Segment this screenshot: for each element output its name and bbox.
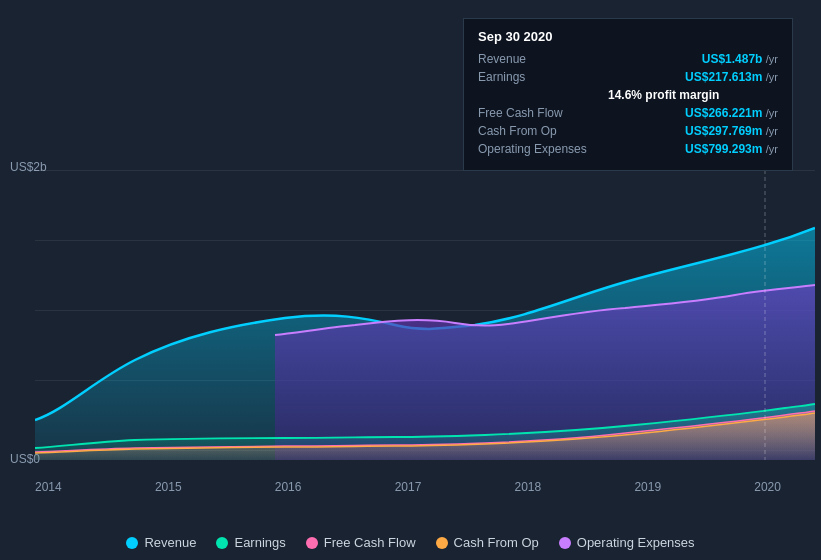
legend-fcf-dot (306, 537, 318, 549)
legend-fcf-label: Free Cash Flow (324, 535, 416, 550)
legend-fcf[interactable]: Free Cash Flow (306, 535, 416, 550)
data-tooltip: Sep 30 2020 Revenue US$1.487b /yr Earnin… (463, 18, 793, 171)
legend-opex[interactable]: Operating Expenses (559, 535, 695, 550)
tooltip-opex-label: Operating Expenses (478, 142, 608, 156)
x-label-2016: 2016 (275, 480, 302, 494)
tooltip-opex-row: Operating Expenses US$799.293m /yr (478, 142, 778, 156)
legend-revenue-label: Revenue (144, 535, 196, 550)
x-label-2014: 2014 (35, 480, 62, 494)
chart-svg (35, 170, 815, 460)
legend-opex-dot (559, 537, 571, 549)
tooltip-earnings-label: Earnings (478, 70, 608, 84)
tooltip-revenue-value: US$1.487b /yr (702, 52, 778, 66)
legend-opex-label: Operating Expenses (577, 535, 695, 550)
x-label-2017: 2017 (395, 480, 422, 494)
legend-cashfromop-dot (436, 537, 448, 549)
x-axis: 2014 2015 2016 2017 2018 2019 2020 (0, 480, 821, 494)
x-label-2015: 2015 (155, 480, 182, 494)
tooltip-revenue-label: Revenue (478, 52, 608, 66)
legend-revenue[interactable]: Revenue (126, 535, 196, 550)
legend-cashfromop-label: Cash From Op (454, 535, 539, 550)
tooltip-earnings-row: Earnings US$217.613m /yr (478, 70, 778, 84)
tooltip-fcf-row: Free Cash Flow US$266.221m /yr (478, 106, 778, 120)
legend-cashfromop[interactable]: Cash From Op (436, 535, 539, 550)
tooltip-opex-value: US$799.293m /yr (685, 142, 778, 156)
x-label-2018: 2018 (515, 480, 542, 494)
tooltip-cashfromop-row: Cash From Op US$297.769m /yr (478, 124, 778, 138)
tooltip-fcf-label: Free Cash Flow (478, 106, 608, 120)
tooltip-cashfromop-value: US$297.769m /yr (685, 124, 778, 138)
x-label-2020: 2020 (754, 480, 781, 494)
legend-earnings[interactable]: Earnings (216, 535, 285, 550)
tooltip-title: Sep 30 2020 (478, 29, 778, 44)
tooltip-margin: 14.6% profit margin (608, 88, 778, 102)
tooltip-earnings-value: US$217.613m /yr (685, 70, 778, 84)
tooltip-cashfromop-label: Cash From Op (478, 124, 608, 138)
legend-earnings-label: Earnings (234, 535, 285, 550)
legend-earnings-dot (216, 537, 228, 549)
tooltip-fcf-value: US$266.221m /yr (685, 106, 778, 120)
legend-revenue-dot (126, 537, 138, 549)
tooltip-revenue-row: Revenue US$1.487b /yr (478, 52, 778, 66)
x-label-2019: 2019 (634, 480, 661, 494)
chart-legend: Revenue Earnings Free Cash Flow Cash Fro… (0, 535, 821, 550)
